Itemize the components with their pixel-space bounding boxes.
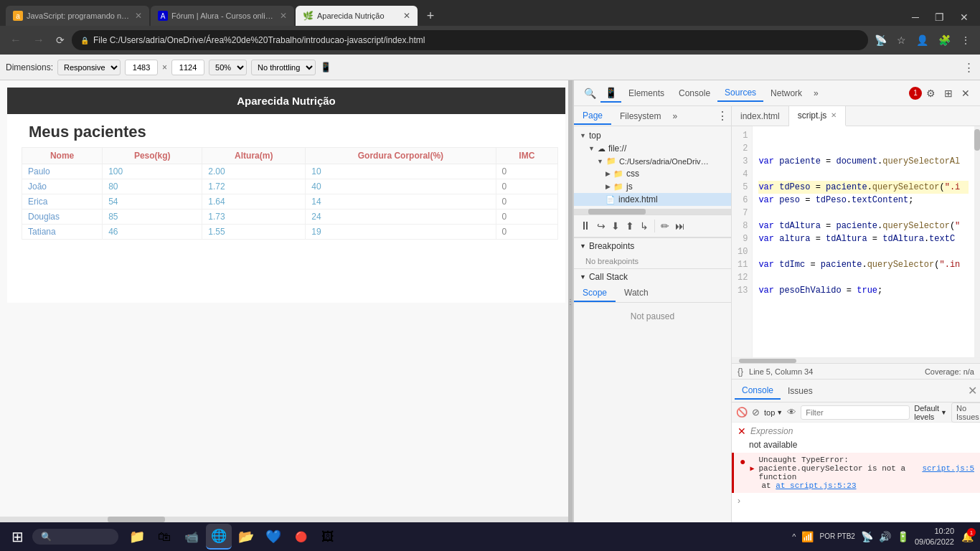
tab-2-icon: A (158, 11, 168, 21)
console-tab-console[interactable]: Console (735, 382, 781, 400)
start-button[interactable]: ⊞ (6, 528, 29, 545)
console-filter-input[interactable] (801, 405, 910, 420)
more-sources-icon[interactable]: » (669, 108, 680, 124)
minimize-icon[interactable]: ─ (905, 9, 926, 26)
tab-elements[interactable]: Elements (621, 85, 672, 101)
device-icon[interactable]: 📱 (320, 62, 331, 72)
tab-network[interactable]: Network (763, 85, 809, 101)
deactivate-breakpoints-button[interactable]: ✏ (661, 220, 669, 232)
tab-3-title: Aparecida Nutrição (317, 11, 400, 20)
no-issues-badge[interactable]: No Issues (951, 402, 980, 423)
tab-2-close[interactable]: ✕ (280, 11, 287, 21)
scope-tab[interactable]: Scope (574, 285, 616, 302)
battery-icon[interactable]: 🔋 (897, 531, 909, 542)
tab-console[interactable]: Console (672, 85, 717, 101)
eye-icon[interactable]: 👁 (787, 407, 796, 418)
console-close-icon[interactable]: ✕ (968, 384, 977, 397)
reload-button[interactable]: ⟳ (52, 32, 69, 49)
sources-more-icon[interactable]: ⋮ (714, 106, 731, 126)
profile-icon[interactable]: 👤 (913, 32, 932, 49)
chevron-up-icon[interactable]: ^ (792, 532, 796, 541)
devtools-device-icon[interactable]: 📱 (600, 84, 621, 103)
script-tab-close[interactable]: ✕ (831, 111, 837, 119)
step-button[interactable]: ↳ (640, 220, 649, 232)
tab-2[interactable]: A Fórum | Alura - Cursos online de ✕ (151, 6, 294, 26)
clear-console-icon[interactable]: 🚫 (736, 407, 748, 418)
code-hscroll[interactable] (732, 357, 980, 363)
file-tree-hscroll[interactable] (574, 209, 731, 215)
tree-top[interactable]: ▼ top (574, 129, 731, 142)
taskbar-app-store[interactable]: 🛍 (151, 524, 177, 550)
tab-1[interactable]: a JavaScript: programando na ling ✕ (6, 6, 149, 26)
taskbar-app-vscode[interactable]: 💙 (260, 524, 286, 550)
close-devtools-icon[interactable]: ✕ (957, 85, 974, 102)
error-link[interactable]: script.js:5 (922, 464, 974, 473)
tab-sources[interactable]: Sources (717, 85, 763, 102)
tree-file[interactable]: ▼ ☁ file:// (574, 142, 731, 155)
url-text: File C:/Users/adria/OneDrive/Área%20de%2… (93, 35, 859, 45)
taskbar-app-8[interactable]: 🔴 (288, 524, 314, 550)
h-scrollbar[interactable] (0, 517, 568, 522)
notification-icon-wrap[interactable]: 🔔 1 (960, 529, 974, 544)
watch-tab[interactable]: Watch (616, 285, 657, 302)
url-bar[interactable]: 🔒 File C:/Users/adria/OneDrive/Área%20de… (72, 30, 868, 50)
dont-pause-button[interactable]: ⏭ (675, 220, 685, 232)
more-tabs-icon[interactable]: » (809, 85, 823, 101)
taskbar-app-files[interactable]: 📁 (124, 524, 150, 550)
step-out-button[interactable]: ⬆ (626, 220, 634, 232)
more-options-icon[interactable]: ⋮ (963, 61, 974, 74)
v-scrollbar[interactable] (974, 126, 980, 357)
console-tab-issues[interactable]: Issues (781, 383, 820, 399)
back-button[interactable]: ← (6, 31, 26, 50)
pause-button[interactable]: ⏸ (580, 220, 591, 232)
taskbar-app-photos[interactable]: 🖼 (315, 524, 341, 550)
menu-icon[interactable]: ⋮ (957, 32, 974, 49)
tab-3[interactable]: 🌿 Aparecida Nutrição ✕ (296, 6, 418, 26)
default-levels-selector[interactable]: Default levels ▼ (914, 404, 947, 421)
responsive-select[interactable]: Responsive (57, 60, 121, 75)
settings-icon[interactable]: ⚙ (922, 85, 940, 102)
taskbar-app-chrome[interactable]: 🌐 (206, 524, 232, 550)
resize-handle[interactable]: ⋮ (568, 80, 573, 522)
cast-icon[interactable]: 📡 (871, 32, 890, 49)
maximize-icon[interactable]: ❐ (928, 9, 951, 26)
tree-folder[interactable]: ▼ 📁 C:/Users/adria/OneDrive/Área de (574, 155, 731, 167)
tab-1-title: JavaScript: programando na ling (27, 11, 131, 20)
devtools-inspect-icon[interactable]: 🔍 (580, 85, 600, 102)
extensions-icon[interactable]: 🧩 (935, 32, 954, 49)
code-tab-script[interactable]: script.js ✕ (789, 106, 847, 126)
tree-index[interactable]: 📄 index.html (574, 193, 731, 206)
star-icon[interactable]: ☆ (893, 32, 910, 49)
step-into-button[interactable]: ⬇ (611, 220, 620, 232)
callstack-header[interactable]: ▼ Call Stack (574, 269, 731, 285)
filesystem-tab[interactable]: Filesystem (611, 108, 669, 124)
taskbar-search[interactable]: 🔍 (32, 529, 118, 545)
top-selector[interactable]: top ▼ (764, 408, 783, 417)
network-icon[interactable]: 📶 (801, 531, 814, 542)
page-tab[interactable]: Page (574, 108, 611, 125)
console-chevron[interactable]: › (732, 494, 980, 507)
height-input[interactable] (171, 60, 204, 75)
filter-icon[interactable]: ⊘ (752, 407, 760, 418)
tab-3-close[interactable]: ✕ (403, 11, 410, 21)
code-tab-index[interactable]: index.html (732, 106, 789, 126)
tree-js[interactable]: ▶ 📁 js (574, 180, 731, 193)
volume-icon[interactable]: 🔊 (879, 531, 891, 542)
zoom-select[interactable]: 50% (209, 60, 247, 75)
step-over-button[interactable]: ↪ (597, 220, 606, 232)
error-stack-link[interactable]: at script.js:5:23 (776, 481, 856, 490)
new-tab-button[interactable]: + (420, 6, 440, 26)
forward-button[interactable]: → (29, 31, 49, 50)
taskbar-app-explorer[interactable]: 📂 (233, 524, 259, 550)
taskbar-app-meet[interactable]: 📹 (179, 524, 204, 550)
code-line-2 (758, 142, 969, 155)
breakpoints-header[interactable]: ▼ Breakpoints (574, 238, 731, 254)
throttle-select[interactable]: No throttling (251, 60, 316, 75)
wifi-icon[interactable]: 📡 (861, 531, 873, 542)
col-header-altura: Altura(m) (202, 148, 306, 164)
width-input[interactable] (125, 60, 158, 75)
tree-css[interactable]: ▶ 📁 css (574, 167, 731, 180)
dock-icon[interactable]: ⊞ (940, 85, 957, 102)
tab-1-close[interactable]: ✕ (135, 11, 142, 21)
close-icon[interactable]: ✕ (953, 9, 976, 26)
